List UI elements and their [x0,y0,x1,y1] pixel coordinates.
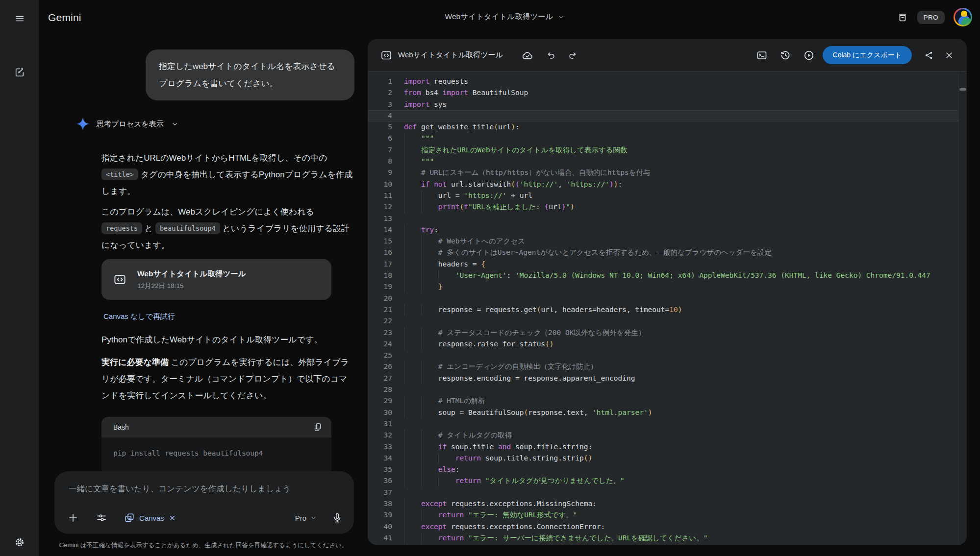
code-line[interactable]: 38 except requests.exceptions.MissingSch… [368,498,967,509]
code-line[interactable]: 27 response.encoding = response.apparent… [368,373,967,384]
version-history-button[interactable] [779,49,791,61]
inline-code-chip: requests [101,222,142,234]
history-icon [779,49,791,61]
code-line[interactable]: 39 return "エラー: 無効なURL形式です。" [368,509,967,521]
line-number: 21 [368,304,392,315]
menu-button[interactable] [13,12,26,25]
close-canvas-button[interactable] [944,50,954,60]
code-line[interactable]: 20 [368,293,967,304]
canvas-tool-chip[interactable]: Canvas [124,512,176,523]
line-number: 22 [368,315,392,327]
code-line[interactable]: 11 url = 'https://' + url [368,190,967,201]
line-number: 25 [368,350,392,361]
code-line[interactable]: 29 # HTMLの解析 [368,395,967,407]
code-line[interactable]: 24 response.raise_for_status() [368,338,967,350]
canvas-icon [124,512,135,523]
retry-without-canvas-link[interactable]: Canvas なしで再試行 [103,312,175,321]
code-line[interactable]: 19 } [368,281,967,292]
tune-icon[interactable] [96,512,107,524]
code-line[interactable]: 31 [368,418,967,430]
line-number: 8 [368,156,392,167]
line-number: 41 [368,532,392,544]
line-number: 29 [368,395,392,407]
code-line[interactable]: 41 return "エラー: サーバーに接続できませんでした。URLを確認して… [368,532,967,544]
preview-toggle[interactable] [756,49,768,61]
paragraph: このプログラムは、Webスクレイピングによく使われる requests と be… [101,204,355,254]
thoughts-toggle[interactable]: 思考プロセスを表示 [76,117,355,131]
code-editor[interactable]: 1import requests2from bs4 import Beautif… [368,72,967,545]
code-line[interactable]: 13 [368,213,967,224]
canvas-title[interactable]: Webサイトタイトル取得ツール [398,50,503,60]
line-number: 15 [368,236,392,247]
input-placeholder: 一緒に文章を書いたり、コンテンツを作成したりしましょう [69,483,291,494]
code-line[interactable]: 8 """ [368,156,967,167]
code-line[interactable]: 30 soup = BeautifulSoup(response.text, '… [368,407,967,418]
conversation-title: Webサイトタイトル取得ツール [445,12,553,22]
line-number: 34 [368,453,392,464]
code-line[interactable]: 25 [368,350,967,361]
code-line[interactable]: 35 else: [368,464,967,475]
code-line[interactable]: 2from bs4 import BeautifulSoup [368,87,967,98]
canvas-header: Webサイトタイトル取得ツール [368,39,967,72]
code-line[interactable]: 26 # エンコーディングの自動検出（文字化け防止） [368,361,967,372]
run-button[interactable] [803,49,815,61]
code-line[interactable]: 12 print(f"URLを補正しました: {url}") [368,201,967,213]
code-line[interactable]: 34 return soup.title.string.strip() [368,453,967,464]
code-line[interactable]: 4 [368,110,967,121]
conversation-title-dropdown[interactable]: Webサイトタイトル取得ツール [431,12,578,22]
canvas-attachment-card[interactable]: Webサイトタイトル取得ツール 12月22日 18:15 [101,259,331,300]
copy-icon[interactable] [313,422,323,432]
code-line[interactable]: 32 # タイトルタグの取得 [368,430,967,441]
code-line[interactable]: 36 return "タイトルタグが見つかりませんでした。" [368,475,967,486]
code-line[interactable]: 7 指定されたURLのWebサイトのタイトルを取得して表示する関数 [368,145,967,156]
pro-badge[interactable]: PRO [917,11,945,24]
model-selector[interactable]: Pro [295,514,317,522]
line-number: 35 [368,464,392,475]
avatar-image [955,9,971,25]
line-number: 31 [368,418,392,430]
code-line[interactable]: 37 [368,487,967,498]
code-line[interactable]: 18 'User-Agent': 'Mozilla/5.0 (Windows N… [368,270,967,281]
code-line[interactable]: 28 [368,384,967,395]
code-block-icon [113,273,126,286]
mic-icon[interactable] [331,512,343,524]
scrollbar-thumb[interactable] [959,88,966,91]
settings-button[interactable] [13,535,26,549]
canvas-card-texts: Webサイトタイトル取得ツール 12月22日 18:15 [137,269,246,290]
code-line[interactable]: 33 if soup.title and soup.title.string: [368,441,967,453]
code-line[interactable]: 15 # Webサイトへのアクセス [368,236,967,247]
code-line[interactable]: 5def get_website_title(url): [368,121,967,133]
app-logo[interactable]: Gemini [48,12,81,24]
new-chat-button[interactable] [13,65,26,79]
prompt-input[interactable]: 一緒に文章を書いたり、コンテンツを作成したりしましょう Canvas Pro [54,471,354,534]
code-line[interactable]: 14 try: [368,224,967,236]
save-status [522,49,533,61]
code-line[interactable]: 23 # ステータスコードのチェック（200 OK以外なら例外を発生） [368,327,967,338]
code-line[interactable]: 9 # URLにスキーム（http/https）がない場合、自動的にhttpsを… [368,167,967,178]
code-line[interactable]: 40 except requests.exceptions.Connection… [368,521,967,532]
archive-bin-icon[interactable] [897,11,908,23]
gear-icon [14,536,25,548]
code-line[interactable]: 22 [368,315,967,327]
undo-button[interactable] [545,50,556,61]
canvas-panel: Webサイトタイトル取得ツール [368,39,967,545]
code-line[interactable]: 6 """ [368,133,967,144]
code-line[interactable]: 17 headers = { [368,259,967,270]
line-number: 30 [368,407,392,418]
account-avatar[interactable] [954,8,972,26]
close-icon[interactable] [169,514,176,522]
editor-scrollbar [958,72,967,545]
canvas-card-timestamp: 12月22日 18:15 [137,282,246,290]
code-line[interactable]: 21 response = requests.get(url, headers=… [368,304,967,315]
code-line[interactable]: 1import requests [368,76,967,87]
export-to-colab-button[interactable]: Colab にエクスポート [823,46,912,64]
plus-icon[interactable] [67,512,79,524]
code-line[interactable]: 16 # 多くのサイトはUser-Agentがないとアクセスを拒否するため、一般… [368,247,967,258]
code-line[interactable]: 10 if not url.startswith(('http://', 'ht… [368,179,967,190]
code-block-icon [380,49,392,61]
share-button[interactable] [924,50,934,61]
code-line[interactable]: 3import sys [368,99,967,110]
terminal-icon [756,49,768,61]
redo-button[interactable] [568,50,578,61]
line-number: 24 [368,338,392,350]
